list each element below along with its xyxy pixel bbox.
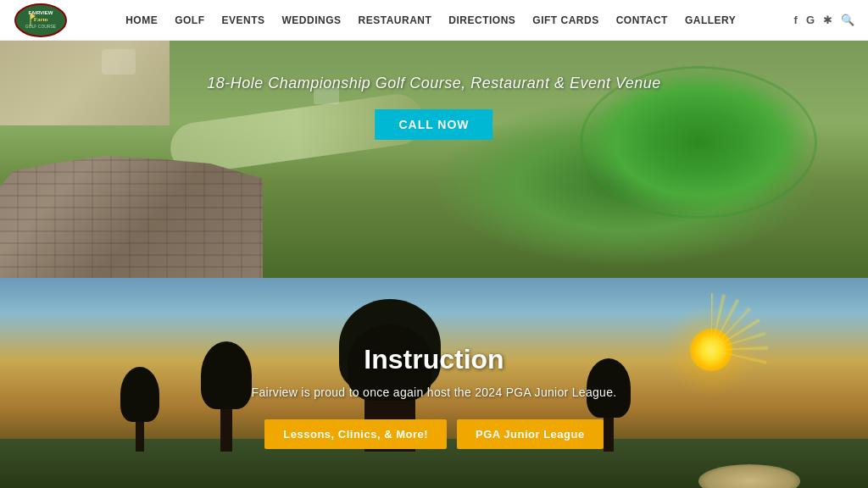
sun-rays (688, 327, 734, 373)
google-icon[interactable]: G (806, 14, 815, 26)
nav-gift-cards[interactable]: GIFT CARDS (532, 14, 598, 26)
logo-icon: FAIRVIEW Farm GOLF COURSE (14, 3, 68, 38)
pga-junior-button[interactable]: PGA Junior League (457, 419, 604, 449)
header: FAIRVIEW Farm GOLF COURSE HOME GOLF EVEN… (0, 0, 868, 41)
nav-contact[interactable]: CONTACT (616, 14, 668, 26)
facebook-icon[interactable]: f (794, 14, 798, 26)
nav-home[interactable]: HOME (125, 14, 158, 26)
hero-text: 18-Hole Championship Golf Course, Restau… (207, 75, 661, 140)
instruction-section: Instruction Fairview is proud to once ag… (0, 278, 868, 488)
patio-area (0, 41, 170, 125)
hero-section: 18-Hole Championship Golf Course, Restau… (0, 41, 868, 278)
svg-text:Farm: Farm (34, 16, 48, 23)
nav-gallery[interactable]: GALLERY (685, 14, 736, 26)
nav-golf[interactable]: GOLF (175, 14, 204, 26)
yelp-icon[interactable]: ✱ (823, 14, 832, 26)
nav-directions[interactable]: DIRECTIONS (448, 14, 515, 26)
hero-tagline: 18-Hole Championship Golf Course, Restau… (207, 75, 661, 92)
nav-events[interactable]: EVENTS (222, 14, 265, 26)
tree-far-left (136, 401, 144, 452)
instruction-description: Fairview is proud to once again host the… (252, 385, 617, 399)
cart-1 (102, 49, 136, 75)
nav-weddings[interactable]: WEDDINGS (282, 14, 342, 26)
tree-left (220, 384, 232, 452)
instruction-content: Instruction Fairview is proud to once ag… (252, 344, 617, 449)
logo: FAIRVIEW Farm GOLF COURSE (14, 3, 68, 38)
hero-cta: Call Now (207, 109, 661, 140)
call-now-button[interactable]: Call Now (375, 109, 492, 140)
main-nav: HOME GOLF EVENTS WEDDINGS RESTAURANT DIR… (125, 14, 736, 26)
nav-restaurant[interactable]: RESTAURANT (359, 14, 432, 26)
instruction-title: Instruction (252, 344, 617, 375)
instruction-buttons: Lessons, Clinics, & More! PGA Junior Lea… (252, 419, 617, 449)
lessons-button[interactable]: Lessons, Clinics, & More! (264, 419, 447, 449)
svg-text:GOLF COURSE: GOLF COURSE (25, 24, 57, 29)
social-icons: f G ✱ 🔍 (794, 14, 854, 26)
search-icon[interactable]: 🔍 (841, 14, 854, 26)
